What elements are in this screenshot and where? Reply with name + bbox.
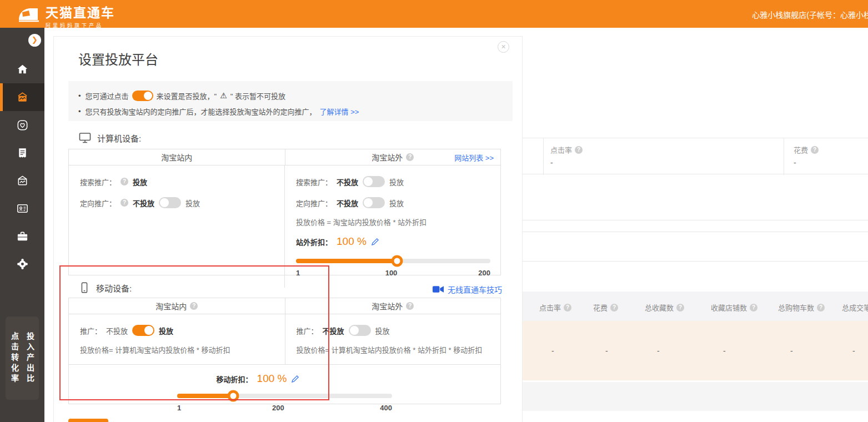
column-label: 收藏店铺数 (711, 302, 747, 313)
warning-icon: ⚠ (220, 91, 227, 100)
state-on-text: 投放 (159, 325, 173, 336)
monitor-icon (78, 131, 92, 144)
column-label: 总成交笔 (842, 302, 868, 313)
state-off-text: 不投放 (337, 177, 358, 187)
platform-settings-modal: 设置投放平台 × • 您可通过点击 来设置是否投放，"⚠" 表示暂不可投放 • … (53, 36, 523, 422)
row-label: 定向推广： (80, 198, 116, 208)
mobile-platform-table: 淘宝站内 ? 淘宝站外 ? 推广： 不投放 投放 投放价格= 计算机淘宝站内投放… (68, 298, 501, 404)
promo-row: 推广： 不投放 投放 (297, 323, 490, 338)
wireless-tips-link[interactable]: 无线直通车技巧 (433, 284, 502, 295)
state-on-text: 投放 (389, 198, 404, 208)
stat-cost-label: 花费 ? (794, 144, 819, 155)
bullet-icon: • (78, 107, 81, 115)
target-toggle[interactable] (363, 197, 385, 208)
help-icon[interactable]: ? (575, 146, 583, 154)
sidebar-item-tools[interactable] (0, 222, 44, 250)
sidebar-item-home[interactable] (0, 55, 44, 83)
row-label: 定向推广： (296, 198, 332, 208)
mobile-outer-cell: 推广： 不投放 投放 投放价格= 计算机淘宝站内投放价格 * 站外折扣 * 移动… (285, 314, 501, 364)
mobile-inner-header: 淘宝站内 ? (69, 298, 285, 314)
computer-outer-header: 淘宝站外 ? 网站列表 >> (285, 149, 501, 165)
scale-max: 200 (478, 269, 490, 277)
mobile-inner-toggle[interactable] (132, 325, 154, 336)
column-header: 总收藏数? (645, 302, 684, 313)
help-icon[interactable]: ? (190, 302, 198, 310)
computer-section-heading: 计算机设备: (78, 131, 141, 144)
edit-pencil-icon[interactable] (371, 238, 379, 246)
sidebar-item-campaign[interactable] (0, 83, 44, 111)
scale-min: 1 (296, 269, 300, 277)
cell-value: - (790, 346, 793, 355)
sidebar-item-account-card[interactable] (0, 194, 44, 222)
header-label: 淘宝站外 (372, 152, 403, 163)
scale-mid: 100 (385, 269, 398, 277)
sidebar-item-report[interactable] (0, 139, 44, 167)
help-icon[interactable]: ? (121, 199, 128, 207)
cell-value: - (605, 346, 608, 355)
stat-clickrate-label: 点击率 ? (550, 144, 583, 155)
learn-more-link[interactable]: 了解详情 >> (320, 106, 359, 117)
tip-text: 您可通过点击 (86, 91, 129, 101)
confirm-button[interactable] (68, 419, 108, 422)
state-off-text: 不投放 (337, 198, 358, 208)
site-list-link[interactable]: 网站列表 >> (454, 152, 494, 163)
tip-text: " 表示暂不可投放 (230, 91, 285, 101)
cell-value: - (723, 346, 726, 355)
mobile-discount-section: 移动折扣： 100 % 1 200 400 (69, 364, 500, 421)
cell-value: - (657, 346, 660, 355)
inner-price-formula: 投放价格= 计算机淘宝站内投放价格 * 移动折扣 (80, 344, 274, 356)
cell-value: - (852, 346, 855, 355)
sidebar-metric-panel[interactable]: 点击转化率 投入产出比 (6, 316, 39, 400)
tip-line-1: • 您可通过点击 来设置是否投放，"⚠" 表示暂不可投放 (78, 88, 503, 103)
header-label: 淘宝站内 (155, 300, 187, 312)
help-icon[interactable]: ? (750, 304, 757, 312)
divider (543, 138, 544, 175)
sidebar-expand-button[interactable]: ❯ (28, 34, 41, 47)
offsite-discount-line: 站外折扣： 100 % (296, 233, 489, 250)
sidebar-item-helm[interactable] (0, 250, 44, 278)
briefcase-icon (16, 230, 29, 243)
mobile-inner-cell: 推广： 不投放 投放 投放价格= 计算机淘宝站内投放价格 * 移动折扣 (69, 314, 285, 364)
sidebar-item-favorites[interactable] (0, 111, 44, 139)
account-name[interactable]: 心雅小栈旗舰店(子帐号：心雅小栈 (752, 9, 868, 20)
receipt-icon (16, 147, 29, 159)
id-card-icon (16, 202, 29, 215)
help-icon[interactable]: ? (811, 146, 819, 154)
mobile-discount-line: 移动折扣： 100 % (42, 370, 474, 387)
state-on-text: 投放 (185, 198, 200, 208)
close-icon[interactable]: × (498, 41, 509, 53)
mobile-outer-header: 淘宝站外 ? (285, 298, 501, 314)
bullet-icon: • (78, 92, 81, 100)
mobile-section-heading: 移动设备: (78, 281, 132, 294)
stat-cost-value: - (794, 158, 796, 167)
search-toggle[interactable] (363, 176, 385, 187)
target-toggle[interactable] (159, 197, 181, 208)
help-icon[interactable]: ? (610, 304, 618, 312)
help-icon[interactable]: ? (121, 178, 128, 185)
slider-handle[interactable] (227, 390, 239, 402)
offsite-discount-slider[interactable] (296, 259, 490, 263)
help-icon[interactable]: ? (817, 304, 825, 312)
table-row-empty (523, 382, 868, 411)
app-logo[interactable]: 天猫直通车 阿里妈妈旗下产品 (16, 2, 115, 29)
discount-value: 100 % (337, 235, 367, 248)
scale-min: 1 (177, 404, 181, 412)
logo-title: 天猫直通车 (46, 2, 115, 21)
mobile-outer-toggle[interactable] (349, 325, 371, 336)
help-icon[interactable]: ? (676, 304, 684, 312)
column-header: 收藏店铺数? (711, 302, 757, 313)
computer-outer-cell: 搜索推广： 不投放 投放 定向推广： 不投放 投放 投放价格 = 淘宝站内投放价… (284, 165, 500, 288)
mobile-discount-slider[interactable] (177, 394, 392, 398)
slider-handle[interactable] (392, 255, 403, 267)
help-icon[interactable]: ? (406, 302, 414, 310)
help-icon[interactable]: ? (406, 153, 414, 161)
logo-subtitle: 阿里妈妈旗下产品 (46, 22, 115, 29)
discount-label: 移动折扣： (217, 374, 253, 384)
sidebar-item-creative[interactable] (0, 167, 44, 194)
video-camera-icon (433, 285, 444, 293)
edit-pencil-icon[interactable] (291, 375, 299, 383)
state-on-text: 投放 (375, 325, 390, 336)
help-icon[interactable]: ? (564, 304, 571, 312)
slider-fill (177, 394, 233, 398)
wireless-tips-text[interactable]: 无线直通车技巧 (448, 284, 502, 295)
